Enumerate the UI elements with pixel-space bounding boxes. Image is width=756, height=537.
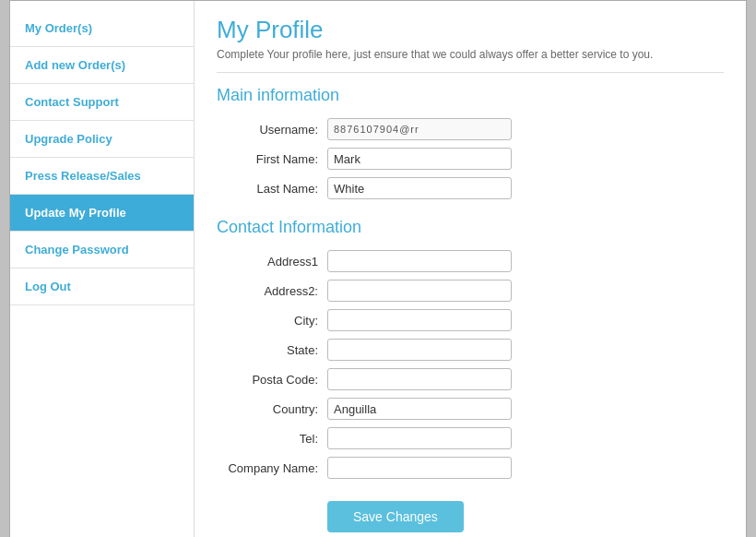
sidebar-item-logout[interactable]: Log Out xyxy=(10,268,194,305)
tel-input[interactable] xyxy=(327,427,512,449)
company-row: Company Name: xyxy=(217,457,724,479)
tel-row: Tel: xyxy=(217,427,724,449)
username-row: Username: xyxy=(217,118,724,140)
sidebar-item-upgrade-policy[interactable]: Upgrade Policy xyxy=(10,121,194,158)
company-label: Company Name: xyxy=(217,461,327,475)
address1-input[interactable] xyxy=(327,250,512,272)
postal-row: Posta Code: xyxy=(217,368,724,390)
username-label: Username: xyxy=(217,123,327,137)
city-row: City: xyxy=(217,309,724,331)
firstname-label: First Name: xyxy=(217,152,327,166)
main-info-section: Main information Username: First Name: L… xyxy=(217,86,724,199)
country-input[interactable] xyxy=(327,398,512,420)
lastname-input[interactable] xyxy=(327,177,512,199)
firstname-input[interactable] xyxy=(327,148,512,170)
lastname-row: Last Name: xyxy=(217,177,724,199)
tel-label: Tel: xyxy=(217,432,327,446)
sidebar-item-update-profile[interactable]: Update My Profile xyxy=(10,195,194,232)
firstname-row: First Name: xyxy=(217,148,724,170)
sidebar: My Order(s) Add new Order(s) Contact Sup… xyxy=(10,1,195,537)
state-label: State: xyxy=(217,343,327,357)
sidebar-item-add-order[interactable]: Add new Order(s) xyxy=(10,47,194,84)
address2-label: Address2: xyxy=(217,284,327,298)
username-input[interactable] xyxy=(327,118,512,140)
save-row: Save Changes xyxy=(217,486,724,532)
address2-input[interactable] xyxy=(327,280,512,302)
country-label: Country: xyxy=(217,402,327,416)
page-subtitle: Complete Your profile here, just ensure … xyxy=(217,48,724,73)
company-input[interactable] xyxy=(327,457,512,479)
sidebar-item-press-release[interactable]: Press Release/Sales xyxy=(10,158,194,195)
save-button[interactable]: Save Changes xyxy=(327,501,464,532)
city-input[interactable] xyxy=(327,309,512,331)
address2-row: Address2: xyxy=(217,280,724,302)
sidebar-item-my-orders[interactable]: My Order(s) xyxy=(10,10,194,47)
postal-label: Posta Code: xyxy=(217,373,327,387)
lastname-label: Last Name: xyxy=(217,182,327,196)
state-row: State: xyxy=(217,339,724,361)
main-content: My Profile Complete Your profile here, j… xyxy=(195,1,746,537)
main-window: My Order(s) Add new Order(s) Contact Sup… xyxy=(9,0,747,537)
state-input[interactable] xyxy=(327,339,512,361)
contact-info-section: Contact Information Address1 Address2: C… xyxy=(217,218,724,532)
contact-info-title: Contact Information xyxy=(217,218,724,237)
page-title: My Profile xyxy=(217,16,724,44)
postal-input[interactable] xyxy=(327,368,512,390)
main-info-title: Main information xyxy=(217,86,724,105)
country-row: Country: xyxy=(217,398,724,420)
address1-label: Address1 xyxy=(217,255,327,268)
sidebar-item-change-password[interactable]: Change Password xyxy=(10,232,194,268)
city-label: City: xyxy=(217,314,327,328)
sidebar-item-contact-support[interactable]: Contact Support xyxy=(10,84,194,121)
address1-row: Address1 xyxy=(217,250,724,272)
